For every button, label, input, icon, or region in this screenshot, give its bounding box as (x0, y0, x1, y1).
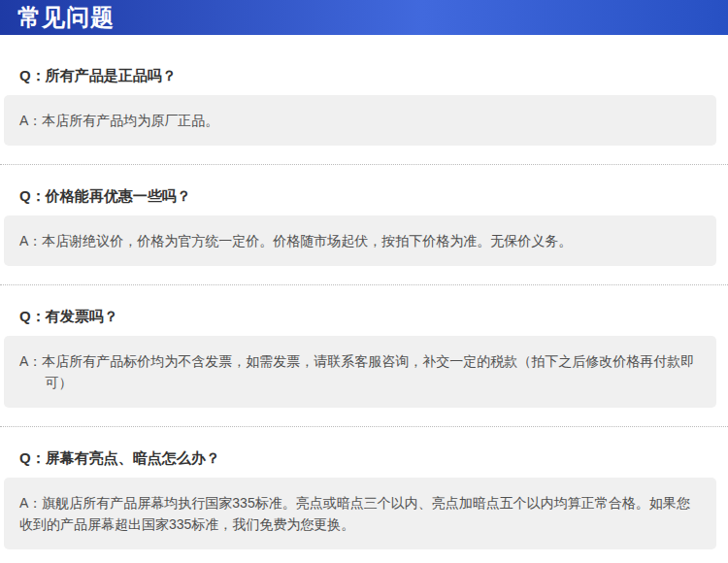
faq-answer: A：本店谢绝议价，价格为官方统一定价。价格随市场起伏，按拍下价格为准。无保价义务… (19, 230, 701, 251)
faq-answer: A：旗舰店所有产品屏幕均执行国家335标准。亮点或暗点三个以内、亮点加暗点五个以… (19, 492, 701, 535)
faq-list: Q：所有产品是正品吗？ A：本店所有产品均为原厂正品。 Q：价格能再优惠一些吗？… (0, 35, 728, 563)
faq-question: Q：价格能再优惠一些吗？ (0, 188, 728, 204)
faq-answer-box: A：本店所有产品标价均为不含发票，如需发票，请联系客服咨询，补交一定的税款（拍下… (4, 336, 716, 408)
faq-item-authenticity: Q：所有产品是正品吗？ A：本店所有产品均为原厂正品。 (0, 35, 728, 164)
faq-item-invoice: Q：有发票吗？ A：本店所有产品标价均为不含发票，如需发票，请联系客服咨询，补交… (0, 284, 728, 426)
faq-page: 常见问题 Q：所有产品是正品吗？ A：本店所有产品均为原厂正品。 Q：价格能再优… (0, 0, 728, 563)
faq-answer-box: A：本店所有产品均为原厂正品。 (4, 95, 716, 146)
faq-item-screen-pixels: Q：屏幕有亮点、暗点怎么办？ A：旗舰店所有产品屏幕均执行国家335标准。亮点或… (0, 426, 728, 563)
faq-question: Q：屏幕有亮点、暗点怎么办？ (0, 450, 728, 466)
faq-item-discount: Q：价格能再优惠一些吗？ A：本店谢绝议价，价格为官方统一定价。价格随市场起伏，… (0, 164, 728, 284)
page-title: 常见问题 (0, 0, 115, 35)
faq-answer-box: A：本店谢绝议价，价格为官方统一定价。价格随市场起伏，按拍下价格为准。无保价义务… (4, 215, 716, 266)
faq-header-banner: 常见问题 (0, 0, 728, 35)
faq-answer: A：本店所有产品标价均为不含发票，如需发票，请联系客服咨询，补交一定的税款（拍下… (19, 350, 701, 393)
faq-answer: A：本店所有产品均为原厂正品。 (19, 110, 701, 131)
faq-question: Q：有发票吗？ (0, 309, 728, 324)
faq-question: Q：所有产品是正品吗？ (0, 68, 728, 83)
faq-answer-box: A：旗舰店所有产品屏幕均执行国家335标准。亮点或暗点三个以内、亮点加暗点五个以… (4, 478, 716, 549)
